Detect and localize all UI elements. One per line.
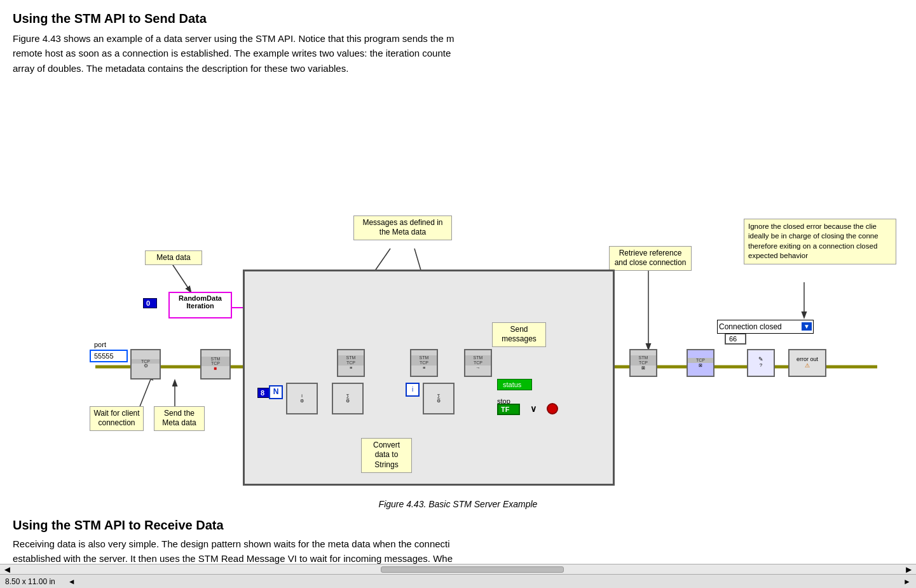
diagram-inner: Messages as defined in the Meta data Met… xyxy=(13,82,903,489)
dropdown-arrow-icon[interactable]: ▼ xyxy=(802,322,812,331)
section2-body: Receiving data is also very simple. The … xyxy=(13,537,903,566)
write-vi-block: ✎ ? xyxy=(747,349,775,377)
stm-tcp-block-2: STMTCP ≡ xyxy=(337,349,365,377)
stop-button[interactable] xyxy=(547,403,558,414)
scroll-arrow-left[interactable]: ◄ xyxy=(68,577,76,586)
tcp-wait-block: TCP ⚙ xyxy=(130,349,161,379)
stm-tcp-block-1: STMTCP ■ xyxy=(200,349,231,379)
loop-box xyxy=(243,270,615,486)
loop-i-block: i xyxy=(406,383,420,397)
scroll-left-arrow[interactable]: ◄ xyxy=(0,564,15,575)
loop-func-block-2: ∑ ⚙ xyxy=(332,383,364,414)
port-value: 55555 xyxy=(90,350,128,362)
loop-func-block-3: ∑ ⚙ xyxy=(423,383,455,414)
callout-send-messages: Send messages xyxy=(492,322,546,347)
section1-body: Figure 4.43 shows an example of a data s… xyxy=(13,31,903,76)
callout-send-meta: Send the Meta data xyxy=(154,406,205,431)
scroll-arrow-right[interactable]: ► xyxy=(903,577,911,586)
loop-func-block-1: i ⚙ xyxy=(286,383,318,414)
callout-metadata: Meta data xyxy=(145,250,202,266)
callout-ignore: Ignore the closed error because the clie… xyxy=(744,219,896,264)
stm-tcp-block-3: STMTCP ≡ xyxy=(410,349,438,377)
callout-convert: Convert data to Strings xyxy=(361,438,412,473)
figure-caption: Figure 4.43. Basic STM Server Example xyxy=(13,499,903,509)
stm-tcp-block-5: STMTCP ⊠ xyxy=(629,349,657,377)
status-indicator: status xyxy=(497,379,532,390)
pink-label-randomdata: RandomData xyxy=(172,294,228,302)
num-eight: 8 xyxy=(257,388,270,398)
tf-box: TF xyxy=(497,404,520,415)
tcp-block-far: TCP ⊠ xyxy=(687,349,714,377)
num-66-display: 66 xyxy=(725,333,746,345)
pink-label-iteration: Iteration xyxy=(172,302,228,310)
section1-title: Using the STM API to Send Data xyxy=(13,11,903,26)
scroll-right-arrow[interactable]: ► xyxy=(901,564,916,575)
svg-line-10 xyxy=(172,263,191,292)
v-symbol: ∨ xyxy=(530,404,537,414)
page-size-label: 8.50 x 11.00 in xyxy=(5,577,55,586)
scrollbar-thumb[interactable] xyxy=(381,566,564,573)
callout-messages: Messages as defined in the Meta data xyxy=(353,215,452,240)
callout-wait-client: Wait for client connection xyxy=(90,406,144,431)
callout-retrieve: Retrieve reference and close connection xyxy=(609,246,692,271)
connection-closed-dropdown[interactable]: Connection closed ▼ xyxy=(717,320,814,334)
status-bar: 8.50 x 11.00 in ◄ ► xyxy=(0,574,916,588)
connection-closed-label: Connection closed xyxy=(719,322,800,331)
scrollbar-horizontal[interactable]: ◄ ► xyxy=(0,564,916,574)
num-zero: 0 xyxy=(143,298,157,308)
n-block: N xyxy=(269,385,283,399)
stm-tcp-block-4: STMTCP → xyxy=(464,349,492,377)
diagram-container: Messages as defined in the Meta data Met… xyxy=(13,82,903,495)
error-out-block: error out ⚠ xyxy=(788,349,826,377)
port-label: port xyxy=(94,341,106,348)
pink-label-box: RandomData Iteration xyxy=(168,292,232,318)
section2-title: Using the STM API to Receive Data xyxy=(13,518,903,533)
